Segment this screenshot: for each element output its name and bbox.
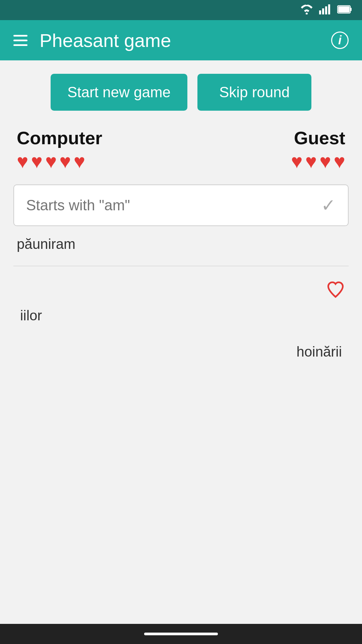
app-title: Pheasant game [40, 30, 171, 51]
current-word: păuniram [13, 236, 349, 252]
svg-rect-6 [338, 6, 350, 12]
computer-player: Computer ♥ ♥ ♥ ♥ ♥ [17, 127, 102, 171]
check-icon: ✓ [321, 195, 336, 215]
battery-icon [337, 5, 352, 15]
main-content: Start new game Skip round Computer ♥ ♥ ♥… [0, 60, 362, 624]
svg-rect-2 [325, 6, 327, 14]
app-bar: Pheasant game i [0, 20, 362, 60]
guest-heart-3: ♥ [319, 152, 331, 171]
history-area: iilor hoinării [13, 280, 349, 360]
status-bar [0, 0, 362, 20]
start-new-game-button[interactable]: Start new game [51, 74, 187, 111]
guest-heart-2: ♥ [305, 152, 317, 171]
word-input-area[interactable]: ✓ [13, 184, 349, 226]
history-word-iilor: iilor [17, 308, 345, 324]
computer-heart-4: ♥ [59, 152, 71, 171]
computer-hearts: ♥ ♥ ♥ ♥ ♥ [17, 152, 85, 171]
history-heart-row [17, 280, 345, 301]
info-button[interactable]: i [331, 32, 349, 49]
menu-button[interactable] [13, 35, 27, 46]
computer-heart-3: ♥ [45, 152, 57, 171]
computer-heart-5: ♥ [74, 152, 85, 171]
bottom-bar [0, 624, 362, 644]
svg-rect-5 [350, 8, 352, 11]
bottom-bar-pill [144, 633, 218, 635]
players-row: Computer ♥ ♥ ♥ ♥ ♥ Guest ♥ ♥ ♥ ♥ [13, 127, 349, 171]
divider [13, 266, 349, 266]
word-input[interactable] [26, 197, 321, 214]
signal-icon [319, 4, 331, 16]
wifi-icon [300, 4, 313, 16]
computer-heart-1: ♥ [17, 152, 28, 171]
skip-round-button[interactable]: Skip round [197, 74, 311, 111]
computer-player-name: Computer [17, 127, 102, 148]
guest-player: Guest ♥ ♥ ♥ ♥ [291, 127, 345, 171]
svg-rect-3 [328, 4, 330, 14]
guest-heart-1: ♥ [291, 152, 302, 171]
buttons-row: Start new game Skip round [13, 74, 349, 111]
guest-player-name: Guest [294, 127, 345, 148]
history-heart-outline-icon [326, 280, 345, 301]
guest-heart-4: ♥ [334, 152, 345, 171]
svg-rect-0 [319, 10, 321, 14]
computer-heart-2: ♥ [31, 152, 42, 171]
guest-hearts: ♥ ♥ ♥ ♥ [291, 152, 345, 171]
svg-rect-1 [322, 8, 324, 14]
history-word-hoinarii: hoinării [17, 344, 345, 360]
